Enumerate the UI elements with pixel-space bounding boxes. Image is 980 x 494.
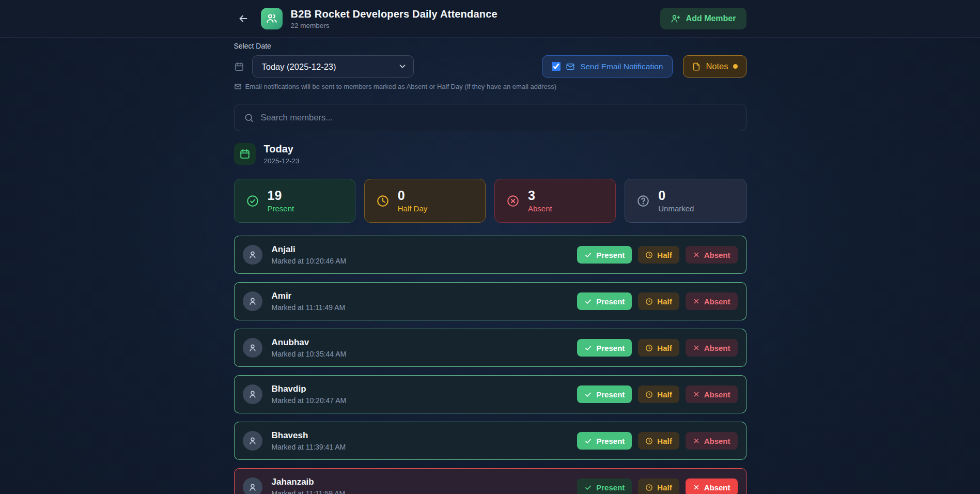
member-name: Bhavdip xyxy=(272,384,347,394)
controls-row: Today (2025-12-23) Send Email Notificati… xyxy=(234,55,746,78)
envelope-icon xyxy=(566,62,575,71)
stat-card-half: 0 Half Day xyxy=(364,179,486,223)
email-notification-checkbox[interactable] xyxy=(552,62,561,71)
file-icon xyxy=(692,62,701,71)
present-button[interactable]: Present xyxy=(577,385,632,403)
person-icon xyxy=(247,389,258,400)
calendar-icon xyxy=(234,61,244,72)
search-input[interactable] xyxy=(261,113,737,122)
half-label: Half xyxy=(657,251,672,259)
present-label: Present xyxy=(596,251,625,259)
avatar xyxy=(243,431,262,451)
x-icon xyxy=(693,298,700,305)
avatar xyxy=(243,291,262,311)
notes-label: Notes xyxy=(706,61,728,71)
email-note-text: Email notifications will be sent to memb… xyxy=(245,83,557,90)
person-icon xyxy=(247,296,258,307)
stat-label: Present xyxy=(268,204,294,213)
member-row: Anjali Marked at 10:20:46 AM Present Hal… xyxy=(234,236,746,274)
present-label: Present xyxy=(596,344,625,352)
member-name: Bhavesh xyxy=(272,430,346,441)
present-label: Present xyxy=(596,390,625,399)
group-avatar xyxy=(261,8,283,29)
member-marked-at: Marked at 10:20:47 AM xyxy=(272,396,347,405)
half-button[interactable]: Half xyxy=(638,385,679,403)
absent-button[interactable]: Absent xyxy=(686,292,738,310)
half-button[interactable]: Half xyxy=(638,478,679,494)
member-name: Amir xyxy=(272,291,346,301)
check-icon xyxy=(584,344,592,352)
avatar xyxy=(243,384,262,404)
present-button[interactable]: Present xyxy=(577,246,632,264)
half-button[interactable]: Half xyxy=(638,339,679,357)
absent-label: Absent xyxy=(704,437,730,445)
person-icon xyxy=(247,249,258,260)
absent-label: Absent xyxy=(704,483,730,492)
absent-label: Absent xyxy=(704,297,730,306)
x-icon xyxy=(693,437,700,444)
absent-label: Absent xyxy=(704,390,730,399)
question-circle-icon xyxy=(636,194,650,208)
member-marked-at: Marked at 11:11:49 AM xyxy=(272,303,346,312)
send-email-label: Send Email Notification xyxy=(580,62,663,71)
stat-card-unmarked: 0 Unmarked xyxy=(625,179,746,223)
x-icon xyxy=(693,391,700,398)
member-marked-at: Marked at 11:39:41 AM xyxy=(272,443,346,451)
present-label: Present xyxy=(596,437,625,445)
half-label: Half xyxy=(657,344,672,352)
present-button[interactable]: Present xyxy=(577,478,632,494)
half-button[interactable]: Half xyxy=(638,246,679,264)
half-button[interactable]: Half xyxy=(638,432,679,450)
clock-icon xyxy=(645,484,653,491)
day-header: Today 2025-12-23 xyxy=(234,143,746,165)
arrow-left-icon xyxy=(238,13,249,24)
absent-button[interactable]: Absent xyxy=(686,478,738,494)
envelope-icon xyxy=(234,83,242,90)
present-button[interactable]: Present xyxy=(577,432,632,450)
avatar xyxy=(243,477,262,494)
member-marked-at: Marked at 10:20:46 AM xyxy=(272,257,347,265)
check-circle-icon xyxy=(246,194,259,208)
member-name: Anjali xyxy=(272,244,347,255)
present-button[interactable]: Present xyxy=(577,339,632,357)
stat-card-present: 19 Present xyxy=(234,179,355,223)
back-button[interactable] xyxy=(234,9,253,28)
absent-button[interactable]: Absent xyxy=(686,432,738,450)
add-member-button[interactable]: Add Member xyxy=(660,8,746,29)
half-button[interactable]: Half xyxy=(638,292,679,310)
notes-indicator-dot xyxy=(733,64,738,69)
member-row: Amir Marked at 11:11:49 AM Present Half xyxy=(234,282,746,320)
stat-value: 19 xyxy=(268,189,294,202)
date-select[interactable]: Today (2025-12-23) xyxy=(252,55,414,78)
half-label: Half xyxy=(657,483,672,492)
person-icon xyxy=(247,435,258,446)
check-icon xyxy=(584,484,592,491)
notes-button[interactable]: Notes xyxy=(683,55,746,78)
check-icon xyxy=(584,391,592,398)
absent-button[interactable]: Absent xyxy=(686,246,738,264)
page-title: B2B Rocket Developers Daily Attendance xyxy=(291,8,497,20)
clock-icon xyxy=(645,437,653,445)
stat-value: 3 xyxy=(528,189,552,202)
select-date-label: Select Date xyxy=(234,42,746,50)
member-count: 22 members xyxy=(291,22,497,29)
member-name: Jahanzaib xyxy=(272,477,346,487)
header: B2B Rocket Developers Daily Attendance 2… xyxy=(0,0,980,38)
stat-value: 0 xyxy=(398,189,428,202)
stats-row: 19 Present 0 Half Day 3 Absent 0 Unmarke… xyxy=(234,179,746,223)
x-icon xyxy=(693,344,700,351)
absent-button[interactable]: Absent xyxy=(686,385,738,403)
avatar xyxy=(243,245,262,265)
absent-button[interactable]: Absent xyxy=(686,339,738,357)
x-icon xyxy=(693,484,700,491)
send-email-notification-button[interactable]: Send Email Notification xyxy=(542,55,673,78)
main-content: Select Date Today (2025-12-23) xyxy=(0,38,980,494)
day-title: Today xyxy=(264,143,300,155)
person-plus-icon xyxy=(671,13,681,24)
absent-label: Absent xyxy=(704,344,730,352)
search-icon xyxy=(244,113,254,123)
search-bar xyxy=(234,104,746,131)
member-row: Anubhav Marked at 10:35:44 AM Present Ha… xyxy=(234,329,746,367)
clock-icon xyxy=(645,251,653,259)
present-button[interactable]: Present xyxy=(577,292,632,310)
